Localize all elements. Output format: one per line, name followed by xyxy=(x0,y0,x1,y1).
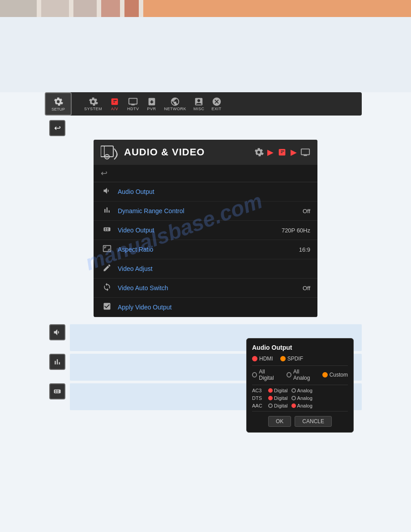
all-analog-option[interactable]: All Analog xyxy=(287,369,315,381)
nav-item-av[interactable]: A/V xyxy=(106,95,124,113)
dialog-divider-2 xyxy=(252,385,348,385)
aspect-ratio-icon xyxy=(101,244,113,255)
dts-digital-label: Digital xyxy=(274,395,288,401)
nav-item-network[interactable]: NETWORK xyxy=(161,95,190,113)
av-panel-back-icon[interactable]: ↩ xyxy=(101,169,107,178)
av-panel-header: AUDIO & VIDEO ▶ ▶ xyxy=(94,140,317,165)
video-auto-switch-label: Video Auto Switch xyxy=(118,284,303,292)
top-bar-seg-3 xyxy=(73,0,97,17)
av-panel-back-row: ↩ xyxy=(94,165,317,182)
aac-digital-dot xyxy=(268,403,273,408)
back-button[interactable]: ↩ xyxy=(49,120,65,136)
ac3-row: AC3 Digital Analog xyxy=(252,388,348,393)
dts-analog-option[interactable]: Analog xyxy=(291,395,313,401)
spdif-option[interactable]: SPDIF xyxy=(280,356,303,362)
aac-analog-label: Analog xyxy=(297,403,313,408)
top-bar-seg-1 xyxy=(0,0,37,17)
av-arrow-right-2-icon: ▶ xyxy=(291,147,297,157)
apply-video-output-icon xyxy=(101,302,113,313)
back-arrow-icon: ↩ xyxy=(54,123,61,133)
custom-label: Custom xyxy=(330,372,348,378)
aac-analog-option[interactable]: Analog xyxy=(291,403,313,408)
aspect-ratio-value: 16:9 xyxy=(299,246,310,253)
top-bar-seg-2 xyxy=(41,0,69,17)
all-analog-label: All Analog xyxy=(293,369,315,381)
nav-system-label: SYSTEM xyxy=(84,107,102,111)
ac3-label: AC3 xyxy=(252,388,265,393)
apply-video-output-label: Apply Video Output xyxy=(118,304,310,311)
pvr-icon xyxy=(146,97,157,107)
info-chart-icon xyxy=(53,357,62,366)
setup-icon-box[interactable]: SETUP xyxy=(45,92,72,116)
ac3-analog-option[interactable]: Analog xyxy=(291,388,313,393)
hdmi-radio-dot xyxy=(252,356,257,361)
all-analog-radio-dot xyxy=(287,372,291,378)
all-digital-option[interactable]: All Digital xyxy=(252,369,279,381)
video-adjust-icon xyxy=(101,263,113,274)
nav-item-hdtv[interactable]: HDTV xyxy=(124,95,143,113)
top-bar-seg-4 xyxy=(101,0,120,17)
nav-pvr-label: PVR xyxy=(147,107,156,111)
all-digital-radio-dot xyxy=(252,372,257,378)
dynamic-range-label: Dynamic Range Control xyxy=(118,207,303,215)
aspect-ratio-item[interactable]: Aspect Ratio 16:9 xyxy=(94,240,317,259)
setup-label: SETUP xyxy=(51,107,65,112)
video-auto-switch-value: Off xyxy=(303,285,310,292)
info-chart-icon-box xyxy=(49,354,65,370)
video-auto-switch-item[interactable]: Video Auto Switch Off xyxy=(94,279,317,298)
cancel-button[interactable]: CANCLE xyxy=(295,416,332,427)
custom-option[interactable]: Custom xyxy=(322,372,348,378)
ac3-digital-dot xyxy=(268,388,273,393)
dialog-mode-row: All Digital All Analog Custom xyxy=(252,369,348,381)
dialog-buttons: OK CANCLE xyxy=(252,416,348,427)
info-screen-icon xyxy=(53,387,62,396)
aac-digital-option[interactable]: Digital xyxy=(268,403,288,408)
top-bar-seg-5 xyxy=(124,0,139,17)
dialog-hdmi-spdif-row: HDMI SPDIF xyxy=(252,356,348,362)
aac-label: AAC xyxy=(252,403,265,408)
aac-row: AAC Digital Analog xyxy=(252,403,348,408)
dts-label: DTS xyxy=(252,395,265,401)
top-bar-gap-3 xyxy=(97,0,101,17)
aac-analog-dot xyxy=(291,403,296,408)
nav-item-pvr[interactable]: PVR xyxy=(143,95,161,113)
spdif-radio-dot xyxy=(280,356,286,361)
header-area xyxy=(0,17,411,92)
ac3-digital-label: Digital xyxy=(274,388,288,393)
nav-network-label: NETWORK xyxy=(164,107,187,111)
ac3-digital-option[interactable]: Digital xyxy=(268,388,288,393)
video-adjust-item[interactable]: Video Adjust xyxy=(94,259,317,279)
dynamic-range-icon xyxy=(101,206,113,216)
svg-point-3 xyxy=(106,156,108,158)
dts-analog-label: Analog xyxy=(297,395,313,401)
audio-output-icon xyxy=(101,186,113,197)
nav-av-label: A/V xyxy=(111,107,118,111)
av-tv-icon xyxy=(300,147,310,157)
dts-digital-option[interactable]: Digital xyxy=(268,395,288,401)
audio-output-item[interactable]: Audio Output xyxy=(94,182,317,202)
network-icon xyxy=(170,97,180,107)
aac-digital-label: Digital xyxy=(274,403,288,408)
dynamic-range-item[interactable]: Dynamic Range Control Off xyxy=(94,202,317,221)
hdtv-icon xyxy=(128,97,138,107)
system-icon xyxy=(88,97,98,107)
dialog-divider-1 xyxy=(252,365,348,366)
video-output-icon xyxy=(101,225,113,236)
apply-video-output-item[interactable]: Apply Video Output xyxy=(94,298,317,317)
hdmi-option[interactable]: HDMI xyxy=(252,356,273,362)
ok-button[interactable]: OK xyxy=(268,416,291,427)
nav-misc-label: MISC xyxy=(193,107,205,111)
nav-item-exit[interactable]: EXIT xyxy=(208,95,225,113)
dynamic-range-value: Off xyxy=(303,208,310,215)
navbar-container: SETUP SYSTEM A/V HDTV xyxy=(49,92,362,116)
info-speaker-icon xyxy=(53,328,62,337)
video-output-item[interactable]: Video Output 720P 60Hz xyxy=(94,221,317,240)
video-adjust-label: Video Adjust xyxy=(118,265,310,272)
back-button-area: ↩ xyxy=(49,120,411,136)
av-gear-icon xyxy=(254,147,264,157)
dts-row: DTS Digital Analog xyxy=(252,395,348,401)
nav-item-misc[interactable]: MISC xyxy=(190,95,208,113)
nav-item-system[interactable]: SYSTEM xyxy=(81,95,106,113)
dialog-divider-3 xyxy=(252,411,348,412)
video-output-label: Video Output xyxy=(118,227,282,234)
